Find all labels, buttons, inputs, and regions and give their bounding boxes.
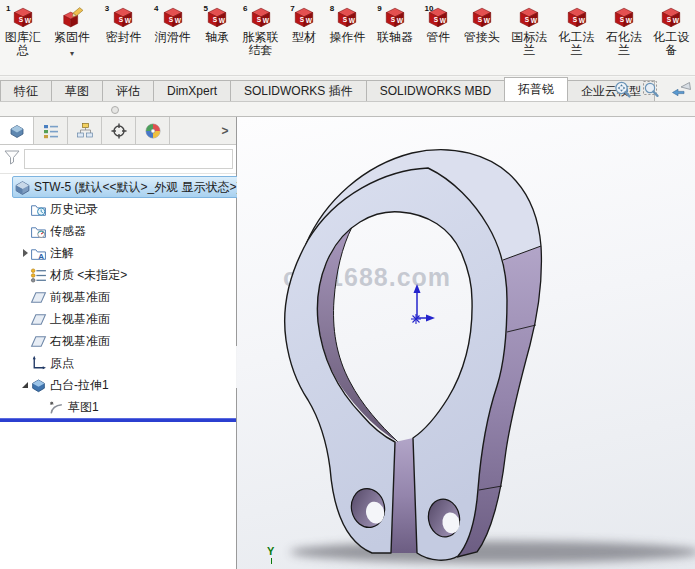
- library-button-13[interactable]: SW化工法兰: [553, 4, 600, 57]
- shortcut-number: 9: [377, 4, 381, 13]
- ribbon-tab-6[interactable]: SOLIDWORKS MBD: [366, 80, 505, 101]
- shortcut-number: 1: [6, 4, 10, 13]
- manager-tab-featuremanager[interactable]: [0, 117, 34, 144]
- tree-item-1[interactable]: STW-5 (默认<<默认>_外观 显示状态>): [0, 176, 236, 198]
- graphics-viewport[interactable]: cad1688.com: [237, 117, 695, 569]
- svg-text:W: W: [174, 17, 181, 24]
- library-toolbar: 1SW图库汇总紧固件▾3SW密封件4SW润滑件5SW轴承6SW胀紧联结套7SW型…: [0, 0, 695, 76]
- tree-item-11[interactable]: 草图1: [0, 396, 236, 418]
- svg-text:S: S: [213, 16, 218, 23]
- sw-cube-icon: SW: [161, 6, 185, 30]
- triad-y-axis-label: Y: [267, 545, 274, 557]
- manager-tab-displaymanager[interactable]: [136, 117, 170, 144]
- tree-item-label: STW-5 (默认<<默认>_外观 显示状态>): [34, 179, 240, 196]
- tree-item-label: 上视基准面: [50, 311, 110, 328]
- ribbon-tab-bar: 特征草图评估DimXpertSOLIDWORKS 插件SOLIDWORKS MB…: [0, 77, 695, 102]
- svg-text:W: W: [306, 17, 313, 24]
- library-button-label: 型材: [292, 31, 316, 44]
- svg-text:W: W: [262, 17, 269, 24]
- ribbon-tab-5[interactable]: SOLIDWORKS 插件: [230, 80, 367, 101]
- tree-item-label: 草图1: [68, 399, 99, 416]
- library-button-8[interactable]: 8SW操作件: [324, 4, 371, 44]
- manager-tab-dimxpertmanager[interactable]: [102, 117, 136, 144]
- library-button-5[interactable]: 5SW轴承: [197, 4, 236, 44]
- library-button-12[interactable]: SW国标法兰: [505, 4, 552, 57]
- tree-item-10[interactable]: 凸台-拉伸1: [0, 374, 236, 396]
- previous-view-icon[interactable]: [671, 80, 691, 100]
- tree-item-label: 注解: [50, 245, 74, 262]
- manager-tab-propertymanager[interactable]: [34, 117, 68, 144]
- svg-text:W: W: [397, 17, 404, 24]
- collapse-icon[interactable]: [20, 382, 30, 388]
- expand-icon[interactable]: [20, 249, 30, 257]
- material-icon: [30, 267, 47, 284]
- ribbon-tab-7[interactable]: 拓普锐: [504, 77, 568, 101]
- zoom-fit-icon[interactable]: [613, 80, 633, 100]
- ribbon-tab-1[interactable]: 特征: [0, 80, 52, 101]
- sw-cube-icon: SW: [565, 6, 589, 30]
- plane-icon: [30, 311, 47, 328]
- tree-item-label: 传感器: [50, 223, 86, 240]
- solidworks-window: 1SW图库汇总紧固件▾3SW密封件4SW润滑件5SW轴承6SW胀紧联结套7SW型…: [0, 0, 695, 569]
- sw-cube-icon: SW: [470, 6, 494, 30]
- library-button-7[interactable]: 7SW型材: [284, 4, 323, 44]
- library-button-label: 石化法兰: [600, 31, 647, 57]
- sw-cube-icon: SW: [111, 6, 135, 30]
- sw-cube-icon: SW: [612, 6, 636, 30]
- library-button-label: 国标法兰: [505, 31, 552, 57]
- ribbon-tab-4[interactable]: DimXpert: [153, 80, 231, 101]
- library-button-label: 胀紧联结套: [237, 31, 284, 57]
- rollback-bar[interactable]: [0, 418, 236, 422]
- tree-item-5[interactable]: 材质 <未指定>: [0, 264, 236, 286]
- svg-text:S: S: [168, 16, 173, 23]
- library-button-9[interactable]: 9SW联轴器: [371, 4, 418, 44]
- shortcut-number: 8: [330, 4, 334, 13]
- library-button-15[interactable]: SW化工设备: [648, 4, 695, 57]
- tree-item-8[interactable]: 右视基准面: [0, 330, 236, 352]
- library-button-11[interactable]: SW管接头: [458, 4, 505, 44]
- tree-item-9[interactable]: 原点: [0, 352, 236, 374]
- library-button-3[interactable]: 3SW密封件: [99, 4, 148, 44]
- library-button-label: 图库汇总: [0, 31, 45, 57]
- svg-text:S: S: [477, 16, 482, 23]
- history-folder-icon: [30, 201, 47, 218]
- shortcut-number: 5: [203, 4, 207, 13]
- zoom-area-icon[interactable]: [642, 80, 662, 100]
- library-button-10[interactable]: 10SW管件: [419, 4, 458, 44]
- svg-text:S: S: [667, 16, 672, 23]
- tree-item-label: 凸台-拉伸1: [50, 377, 109, 394]
- featuremanager-panel: > STW-5 (默认<<默认>_外观 显示状态>)历史记录传感器A注解材质 <…: [0, 117, 237, 569]
- sw-cube-icon: SW: [517, 6, 541, 30]
- sw-cube-icon: SW: [292, 6, 316, 30]
- library-button-4[interactable]: 4SW润滑件: [148, 4, 197, 44]
- tree-item-3[interactable]: 传感器: [0, 220, 236, 242]
- svg-text:S: S: [343, 16, 348, 23]
- tree-item-2[interactable]: 历史记录: [0, 198, 236, 220]
- library-button-6[interactable]: 6SW胀紧联结套: [237, 4, 284, 57]
- svg-text:W: W: [578, 17, 585, 24]
- flyout-arrow-icon: ▾: [70, 50, 74, 58]
- svg-text:W: W: [673, 17, 680, 24]
- tree-filter-input[interactable]: [24, 149, 233, 169]
- library-button-14[interactable]: SW石化法兰: [600, 4, 647, 57]
- library-button-2[interactable]: 紧固件▾: [45, 4, 98, 58]
- sw-cube-icon: SW: [383, 6, 407, 30]
- sw-cube-icon: SW: [659, 6, 683, 30]
- commandmanager-pin[interactable]: [111, 106, 119, 114]
- part-model[interactable]: [237, 117, 695, 569]
- origin-icon: [30, 355, 47, 372]
- library-button-label: 管件: [426, 31, 450, 44]
- manager-tab-configurationmanager[interactable]: [68, 117, 102, 144]
- svg-text:S: S: [119, 16, 124, 23]
- svg-text:S: S: [18, 16, 23, 23]
- library-button-label: 化工设备: [648, 31, 695, 57]
- library-button-1[interactable]: 1SW图库汇总: [0, 4, 45, 57]
- ribbon-tab-3[interactable]: 评估: [102, 80, 154, 101]
- ribbon-tab-2[interactable]: 草图: [51, 80, 103, 101]
- tree-item-6[interactable]: 前视基准面: [0, 286, 236, 308]
- tree-item-7[interactable]: 上视基准面: [0, 308, 236, 330]
- svg-text:W: W: [531, 17, 538, 24]
- manager-tabs-overflow[interactable]: >: [214, 117, 236, 144]
- svg-text:S: S: [391, 16, 396, 23]
- tree-item-4[interactable]: A注解: [0, 242, 236, 264]
